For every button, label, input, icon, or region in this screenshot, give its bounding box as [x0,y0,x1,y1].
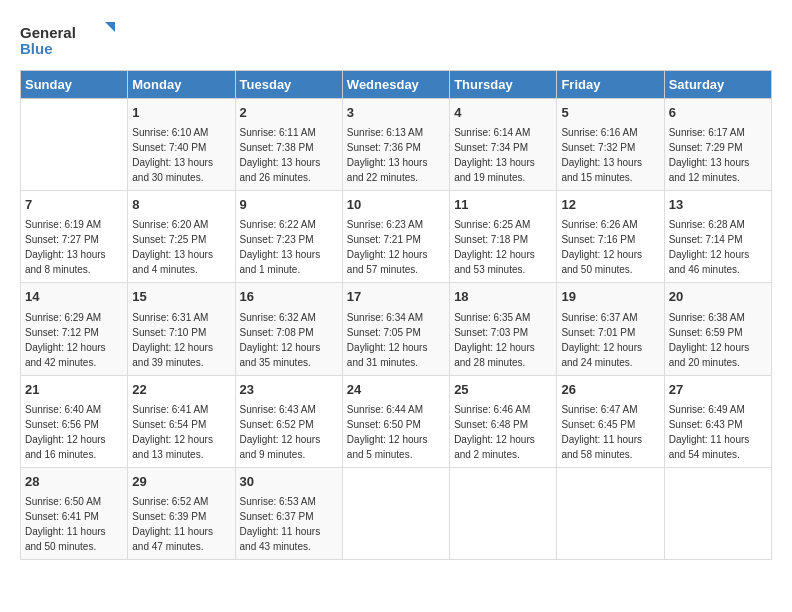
day-info: Sunrise: 6:13 AMSunset: 7:36 PMDaylight:… [347,125,445,185]
logo-svg: General Blue [20,20,120,60]
day-cell [21,99,128,191]
day-number: 28 [25,473,123,491]
day-number: 6 [669,104,767,122]
day-cell: 25Sunrise: 6:46 AMSunset: 6:48 PMDayligh… [450,375,557,467]
day-info: Sunrise: 6:46 AMSunset: 6:48 PMDaylight:… [454,402,552,462]
day-cell: 2Sunrise: 6:11 AMSunset: 7:38 PMDaylight… [235,99,342,191]
day-info: Sunrise: 6:20 AMSunset: 7:25 PMDaylight:… [132,217,230,277]
day-cell: 4Sunrise: 6:14 AMSunset: 7:34 PMDaylight… [450,99,557,191]
week-row-2: 7Sunrise: 6:19 AMSunset: 7:27 PMDaylight… [21,191,772,283]
day-info: Sunrise: 6:38 AMSunset: 6:59 PMDaylight:… [669,310,767,370]
header-row: SundayMondayTuesdayWednesdayThursdayFrid… [21,71,772,99]
day-number: 4 [454,104,552,122]
day-number: 26 [561,381,659,399]
day-number: 15 [132,288,230,306]
day-cell: 28Sunrise: 6:50 AMSunset: 6:41 PMDayligh… [21,467,128,559]
day-info: Sunrise: 6:31 AMSunset: 7:10 PMDaylight:… [132,310,230,370]
svg-text:Blue: Blue [20,40,53,57]
day-cell: 18Sunrise: 6:35 AMSunset: 7:03 PMDayligh… [450,283,557,375]
day-info: Sunrise: 6:34 AMSunset: 7:05 PMDaylight:… [347,310,445,370]
day-info: Sunrise: 6:28 AMSunset: 7:14 PMDaylight:… [669,217,767,277]
day-cell [557,467,664,559]
day-info: Sunrise: 6:50 AMSunset: 6:41 PMDaylight:… [25,494,123,554]
day-info: Sunrise: 6:17 AMSunset: 7:29 PMDaylight:… [669,125,767,185]
header-monday: Monday [128,71,235,99]
day-info: Sunrise: 6:11 AMSunset: 7:38 PMDaylight:… [240,125,338,185]
day-cell: 21Sunrise: 6:40 AMSunset: 6:56 PMDayligh… [21,375,128,467]
day-number: 7 [25,196,123,214]
day-info: Sunrise: 6:53 AMSunset: 6:37 PMDaylight:… [240,494,338,554]
day-number: 20 [669,288,767,306]
day-info: Sunrise: 6:41 AMSunset: 6:54 PMDaylight:… [132,402,230,462]
day-cell: 26Sunrise: 6:47 AMSunset: 6:45 PMDayligh… [557,375,664,467]
day-number: 3 [347,104,445,122]
day-info: Sunrise: 6:44 AMSunset: 6:50 PMDaylight:… [347,402,445,462]
day-info: Sunrise: 6:25 AMSunset: 7:18 PMDaylight:… [454,217,552,277]
day-cell: 13Sunrise: 6:28 AMSunset: 7:14 PMDayligh… [664,191,771,283]
day-info: Sunrise: 6:35 AMSunset: 7:03 PMDaylight:… [454,310,552,370]
day-number: 30 [240,473,338,491]
day-info: Sunrise: 6:40 AMSunset: 6:56 PMDaylight:… [25,402,123,462]
header-sunday: Sunday [21,71,128,99]
day-cell: 11Sunrise: 6:25 AMSunset: 7:18 PMDayligh… [450,191,557,283]
day-cell [342,467,449,559]
calendar-table: SundayMondayTuesdayWednesdayThursdayFrid… [20,70,772,560]
day-cell: 1Sunrise: 6:10 AMSunset: 7:40 PMDaylight… [128,99,235,191]
week-row-1: 1Sunrise: 6:10 AMSunset: 7:40 PMDaylight… [21,99,772,191]
day-number: 14 [25,288,123,306]
day-cell [664,467,771,559]
day-info: Sunrise: 6:16 AMSunset: 7:32 PMDaylight:… [561,125,659,185]
day-cell: 10Sunrise: 6:23 AMSunset: 7:21 PMDayligh… [342,191,449,283]
day-cell: 17Sunrise: 6:34 AMSunset: 7:05 PMDayligh… [342,283,449,375]
day-number: 11 [454,196,552,214]
day-number: 1 [132,104,230,122]
day-number: 9 [240,196,338,214]
day-cell: 9Sunrise: 6:22 AMSunset: 7:23 PMDaylight… [235,191,342,283]
day-info: Sunrise: 6:19 AMSunset: 7:27 PMDaylight:… [25,217,123,277]
day-number: 8 [132,196,230,214]
day-number: 2 [240,104,338,122]
header-friday: Friday [557,71,664,99]
day-number: 13 [669,196,767,214]
day-number: 21 [25,381,123,399]
day-info: Sunrise: 6:29 AMSunset: 7:12 PMDaylight:… [25,310,123,370]
day-number: 12 [561,196,659,214]
day-cell: 12Sunrise: 6:26 AMSunset: 7:16 PMDayligh… [557,191,664,283]
day-cell: 5Sunrise: 6:16 AMSunset: 7:32 PMDaylight… [557,99,664,191]
day-cell [450,467,557,559]
day-info: Sunrise: 6:32 AMSunset: 7:08 PMDaylight:… [240,310,338,370]
day-cell: 6Sunrise: 6:17 AMSunset: 7:29 PMDaylight… [664,99,771,191]
day-cell: 15Sunrise: 6:31 AMSunset: 7:10 PMDayligh… [128,283,235,375]
day-number: 23 [240,381,338,399]
day-cell: 20Sunrise: 6:38 AMSunset: 6:59 PMDayligh… [664,283,771,375]
day-cell: 23Sunrise: 6:43 AMSunset: 6:52 PMDayligh… [235,375,342,467]
header-thursday: Thursday [450,71,557,99]
day-cell: 16Sunrise: 6:32 AMSunset: 7:08 PMDayligh… [235,283,342,375]
day-cell: 22Sunrise: 6:41 AMSunset: 6:54 PMDayligh… [128,375,235,467]
day-info: Sunrise: 6:26 AMSunset: 7:16 PMDaylight:… [561,217,659,277]
day-cell: 8Sunrise: 6:20 AMSunset: 7:25 PMDaylight… [128,191,235,283]
header-wednesday: Wednesday [342,71,449,99]
header-saturday: Saturday [664,71,771,99]
day-info: Sunrise: 6:10 AMSunset: 7:40 PMDaylight:… [132,125,230,185]
day-cell: 27Sunrise: 6:49 AMSunset: 6:43 PMDayligh… [664,375,771,467]
day-info: Sunrise: 6:47 AMSunset: 6:45 PMDaylight:… [561,402,659,462]
day-cell: 19Sunrise: 6:37 AMSunset: 7:01 PMDayligh… [557,283,664,375]
day-number: 5 [561,104,659,122]
day-number: 19 [561,288,659,306]
day-info: Sunrise: 6:49 AMSunset: 6:43 PMDaylight:… [669,402,767,462]
day-number: 17 [347,288,445,306]
day-cell: 29Sunrise: 6:52 AMSunset: 6:39 PMDayligh… [128,467,235,559]
svg-text:General: General [20,24,76,41]
page-header: General Blue [20,20,772,60]
header-tuesday: Tuesday [235,71,342,99]
svg-marker-2 [105,22,115,32]
day-number: 24 [347,381,445,399]
day-info: Sunrise: 6:14 AMSunset: 7:34 PMDaylight:… [454,125,552,185]
day-cell: 14Sunrise: 6:29 AMSunset: 7:12 PMDayligh… [21,283,128,375]
day-info: Sunrise: 6:37 AMSunset: 7:01 PMDaylight:… [561,310,659,370]
day-info: Sunrise: 6:52 AMSunset: 6:39 PMDaylight:… [132,494,230,554]
day-number: 10 [347,196,445,214]
day-cell: 3Sunrise: 6:13 AMSunset: 7:36 PMDaylight… [342,99,449,191]
day-cell: 7Sunrise: 6:19 AMSunset: 7:27 PMDaylight… [21,191,128,283]
